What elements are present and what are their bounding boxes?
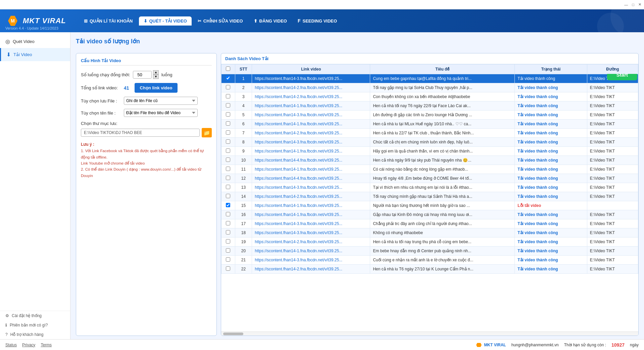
row-checkbox[interactable] (226, 239, 230, 244)
sidebar-item-ho-tro[interactable]: ? Hỗ trợ khách hàng (0, 330, 70, 339)
choose-link-button[interactable]: Chọn link video (135, 83, 178, 93)
footer-status-link[interactable]: Status (5, 343, 17, 347)
table-row[interactable]: 13https://scontent.fhan14-3.fna.fbcdn.ne… (221, 183, 638, 192)
row-checkbox-cell[interactable] (221, 92, 235, 101)
row-checkbox-cell[interactable] (221, 138, 235, 147)
table-row[interactable]: 21https://scontent.fhan14-3.fna.fbcdn.ne… (221, 256, 638, 265)
table-row[interactable]: 6https://scontent.fhan14-1.fna.fbcdn.net… (221, 120, 638, 129)
nav-item-quan-li[interactable]: ⊞ QUẢN LÍ TÀI KHOẢN (79, 16, 138, 26)
row-checkbox[interactable] (226, 139, 230, 144)
sidebar-item-tai-video[interactable]: ⬇ Tải Video (0, 48, 70, 61)
row-checkbox-cell[interactable] (221, 256, 235, 265)
row-checkbox[interactable] (226, 257, 230, 262)
table-row[interactable]: 10https://scontent.fhan14-4.fna.fbcdn.ne… (221, 156, 638, 165)
close-button[interactable]: ✕ (638, 2, 641, 7)
row-checkbox-cell[interactable] (221, 111, 235, 120)
file-option-select[interactable]: Ghi đè lên File cũ Tạo File mới (124, 97, 198, 105)
row-checkbox-cell[interactable] (221, 265, 235, 274)
table-row[interactable]: 11https://scontent.fhan14-1.fna.fbcdn.ne… (221, 165, 638, 174)
row-checkbox-cell[interactable] (221, 183, 235, 192)
row-checkbox[interactable] (226, 158, 230, 162)
nav-item-quet-tai[interactable]: ⬇ QUÉT - TẢI VIDEO (139, 16, 192, 26)
row-checkbox-cell[interactable] (221, 101, 235, 111)
footer-privacy-link[interactable]: Privacy (22, 343, 35, 347)
row-status: Tải video thành công (515, 174, 587, 183)
row-checkbox[interactable] (226, 112, 230, 117)
table-row[interactable]: 4https://scontent.fhan14-1.fna.fbcdn.net… (221, 101, 638, 111)
col-stt: STT (235, 64, 252, 74)
row-checkbox[interactable] (226, 185, 230, 189)
file-name-select[interactable]: Đặt tên File theo tiêu đề Video Dùng tên… (124, 109, 198, 117)
video-table: STT Link video Tiêu đề Trạng thái Đường … (221, 64, 638, 274)
table-row[interactable]: 16https://scontent.fhan14-1.fna.fbcdn.ne… (221, 210, 638, 219)
row-checkbox[interactable] (226, 203, 230, 207)
table-row[interactable]: 14https://scontent.fhan14-2.fna.fbcdn.ne… (221, 192, 638, 201)
sidebar-item-quet-video[interactable]: ◎ Quét Video (0, 35, 70, 48)
minimize-button[interactable]: — (624, 3, 628, 7)
spin-down-button[interactable]: ▼ (153, 75, 159, 79)
row-checkbox[interactable] (226, 167, 230, 171)
maximize-button[interactable]: □ (632, 3, 634, 7)
row-checkbox[interactable] (226, 221, 230, 225)
table-row[interactable]: 15https://scontent.fhan14-1.fna.fbcdn.ne… (221, 201, 638, 210)
concurrent-input[interactable] (133, 71, 152, 79)
table-row[interactable]: 7https://scontent.fhan14-2.fna.fbcdn.net… (221, 129, 638, 138)
row-checkbox-cell[interactable] (221, 147, 235, 156)
sidebar-item-cai-dat[interactable]: ⚙ Cài đặt hệ thống (0, 311, 70, 320)
row-checkbox[interactable] (226, 76, 230, 80)
table-row[interactable]: 22https://scontent.fhan14-2.fna.fbcdn.ne… (221, 265, 638, 274)
table-row[interactable]: 5https://scontent.fhan14-3.fna.fbcdn.net… (221, 111, 638, 120)
table-row[interactable]: 19https://scontent.fhan14-2.fna.fbcdn.ne… (221, 237, 638, 247)
row-checkbox-cell[interactable] (221, 74, 235, 83)
h-scrollbar[interactable] (221, 332, 638, 336)
row-checkbox-cell[interactable] (221, 210, 235, 219)
row-checkbox[interactable] (226, 121, 230, 126)
nav-item-dang-video[interactable]: ⬆ ĐĂNG VIDEO (249, 16, 292, 26)
row-checkbox[interactable] (226, 248, 230, 253)
row-stt: 7 (235, 129, 252, 138)
nav-item-chinh-sua[interactable]: ✂ CHỈNH SỬA VIDEO (193, 16, 248, 26)
table-row[interactable]: 17https://scontent.fhan14-3.fna.fbcdn.ne… (221, 219, 638, 228)
row-checkbox[interactable] (226, 176, 230, 180)
row-checkbox[interactable] (226, 103, 230, 107)
table-row[interactable]: 1https://scontent.fhan14-3.fna.fbcdn.net… (221, 74, 638, 83)
table-wrap[interactable]: STT Link video Tiêu đề Trạng thái Đường … (221, 64, 638, 332)
row-checkbox-cell[interactable] (221, 237, 235, 247)
table-row[interactable]: 18https://scontent.fhan14-3.fna.fbcdn.ne… (221, 228, 638, 237)
nav-bar: ⊞ QUẢN LÍ TÀI KHOẢN ⬇ QUÉT - TẢI VIDEO ✂… (79, 16, 342, 26)
folder-browse-button[interactable]: 📁 (202, 128, 212, 137)
row-checkbox-cell[interactable] (221, 247, 235, 256)
row-stt: 19 (235, 237, 252, 247)
row-checkbox-cell[interactable] (221, 120, 235, 129)
row-checkbox-cell[interactable] (221, 201, 235, 210)
row-checkbox[interactable] (226, 85, 230, 89)
spin-up-button[interactable]: ▲ (153, 70, 159, 75)
row-checkbox-cell[interactable] (221, 156, 235, 165)
table-row[interactable]: 2https://scontent.fhan14-2.fna.fbcdn.net… (221, 83, 638, 92)
table-row[interactable]: 9https://scontent.fhan14-1.fna.fbcdn.net… (221, 147, 638, 156)
footer-terms-link[interactable]: Terms (41, 343, 52, 347)
row-checkbox[interactable] (226, 266, 230, 271)
table-row[interactable]: 8https://scontent.fhan14-3.fna.fbcdn.net… (221, 138, 638, 147)
row-checkbox-cell[interactable] (221, 174, 235, 183)
table-row[interactable]: 20https://scontent.fhan14-1.fna.fbcdn.ne… (221, 247, 638, 256)
row-checkbox[interactable] (226, 212, 230, 216)
table-row[interactable]: 12https://scontent.fhan14-4.fna.fbcdn.ne… (221, 174, 638, 183)
row-checkbox[interactable] (226, 194, 230, 198)
folder-path-input[interactable] (81, 129, 200, 137)
row-checkbox-cell[interactable] (221, 228, 235, 237)
sidebar-item-phien-ban[interactable]: ℹ Phiên bản mới có gì? (0, 320, 70, 330)
nav-item-seeding[interactable]: f SEEDING VIDEO (293, 16, 342, 26)
row-checkbox-cell[interactable] (221, 165, 235, 174)
row-checkbox-cell[interactable] (221, 219, 235, 228)
row-checkbox[interactable] (226, 130, 230, 135)
row-checkbox[interactable] (226, 94, 230, 98)
select-all-checkbox[interactable] (226, 67, 230, 71)
row-checkbox-cell[interactable] (221, 192, 235, 201)
row-checkbox[interactable] (226, 148, 230, 153)
row-checkbox-cell[interactable] (221, 129, 235, 138)
row-stt: 22 (235, 265, 252, 274)
row-checkbox-cell[interactable] (221, 83, 235, 92)
table-row[interactable]: 3https://scontent.fhan14-2.fna.fbcdn.net… (221, 92, 638, 101)
row-checkbox[interactable] (226, 230, 230, 234)
